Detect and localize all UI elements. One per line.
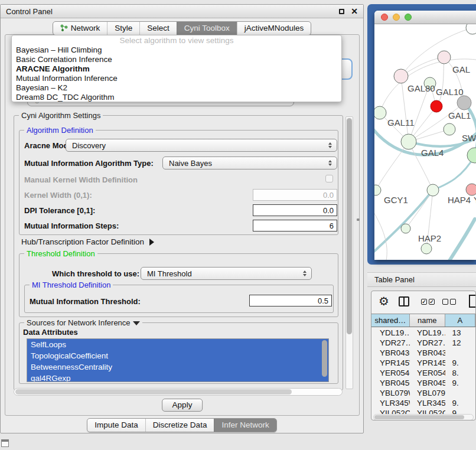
table-row[interactable]: YBR045CYBR045C9. [371, 378, 475, 388]
table-horizontal-scrollbar[interactable] [373, 414, 474, 420]
settings-vertical-scrollbar-thumb[interactable] [347, 118, 352, 334]
restore-panel-icon[interactable] [1, 439, 9, 447]
network-node-label-gal: GAL [452, 64, 470, 74]
network-node-label-hap4: HAP4 [448, 195, 471, 205]
table-row[interactable]: YBR043CYBR043C [371, 348, 475, 358]
tab-infer-network[interactable]: Infer Network [214, 419, 276, 432]
control-panel-tabrow: NetworkStyleSelectCyni ToolboxjActiveMNo… [1, 21, 363, 35]
zoom-traffic-light-icon[interactable] [405, 14, 412, 21]
attribute-item-betweennesscentrality[interactable]: BetweennessCentrality [27, 361, 328, 373]
network-node[interactable] [431, 100, 442, 112]
attribute-item-gal4rgexp[interactable]: gal4RGexp [27, 373, 328, 382]
deselect-all-icon[interactable] [442, 299, 456, 305]
table-cell: YLR345W [410, 399, 445, 407]
algorithm-option-bayesian-hill-climbing[interactable]: Bayesian – Hill Climbing [12, 45, 341, 55]
list-scrollbar-thumb[interactable] [322, 340, 327, 377]
network-node-label-gcy1: GCY1 [384, 195, 408, 205]
table-panel-title: Table Panel [374, 275, 415, 284]
select-all-icon[interactable]: ✓✓ [421, 299, 435, 305]
column-header-shared[interactable]: shared… [371, 314, 410, 327]
mi-algorithm-type-select[interactable]: Naive Bayes [162, 156, 337, 169]
network-node[interactable] [394, 69, 408, 83]
column-header-name[interactable]: name [410, 314, 445, 327]
manual-kernel-checkbox[interactable] [325, 175, 333, 182]
algorithm-option-bayesian-k2[interactable]: Bayesian – K2 [12, 83, 341, 93]
algorithm-definition-title: Algorithm Definition [24, 126, 96, 135]
aracne-mode-value: Discovery [72, 141, 106, 150]
table-row[interactable]: YDR27…YDR27…12 [371, 338, 475, 348]
apply-button[interactable]: Apply [162, 399, 203, 412]
network-node[interactable] [466, 184, 476, 195]
network-node[interactable] [466, 24, 476, 34]
settings-horizontal-scrollbar[interactable] [14, 388, 343, 396]
kernel-width-field: 0.0 [253, 189, 337, 201]
minimize-traffic-light-icon[interactable] [393, 14, 400, 21]
network-node[interactable] [467, 148, 476, 163]
network-node[interactable] [427, 184, 439, 196]
algorithm-option-basic-correlation-inference[interactable]: Basic Correlation Inference [12, 55, 341, 64]
network-node-label-gal4: GAL4 [421, 148, 444, 158]
table-row[interactable]: YER054CYER054C8. [371, 368, 475, 378]
tab-label: Impute Data [94, 420, 138, 429]
network-node[interactable] [457, 96, 471, 110]
algorithm-option-aracne-algorithm[interactable]: ARACNE Algorithm [12, 64, 341, 74]
network-node-label-gal80: GAL80 [407, 83, 435, 93]
gear-icon[interactable]: ⚙ [379, 294, 389, 308]
attribute-item-topologicalcoefficient[interactable]: TopologicalCoefficient [27, 350, 328, 361]
network-node[interactable] [374, 106, 386, 119]
hub-tf-definition-toggle[interactable]: Hub/Transcription Factor Definition [21, 237, 154, 246]
tab-impute-data[interactable]: Impute Data [87, 419, 145, 432]
mi-steps-field[interactable]: 6 [253, 220, 337, 231]
network-node[interactable] [401, 224, 410, 233]
algorithm-option-dream8-dc-tdc-algorithm[interactable]: Dream8 DC_TDC Algorithm [12, 93, 341, 102]
mi-threshold-field[interactable]: 0.5 [249, 295, 332, 306]
table-row[interactable]: YBL079WYBL079W [371, 388, 475, 398]
threshold-definition-title: Threshold Definition [24, 249, 97, 258]
screen: Control Panel ✕ NetworkStyleSelectCyni T… [0, 0, 476, 450]
data-attributes-list[interactable]: SelfLoopsTopologicalCoefficientBetweenne… [27, 338, 329, 382]
tab-network[interactable]: Network [53, 22, 107, 35]
tab-label: jActiveMNodules [244, 24, 304, 32]
dpi-tolerance-field[interactable]: 0.0 [253, 204, 337, 216]
column-header-a[interactable]: A [445, 314, 475, 327]
network-node[interactable] [444, 123, 455, 135]
panel-splitter-handle[interactable] [357, 219, 360, 221]
network-node[interactable] [401, 134, 416, 149]
table-row[interactable]: YLR345WYLR345W9. [371, 398, 475, 408]
mi-threshold-label: Mutual Information Threshold: [30, 297, 141, 306]
settings-vertical-scrollbar[interactable] [345, 116, 353, 389]
table-row[interactable]: YIL052CYIL052C9. [371, 408, 475, 414]
bottom-tabs: Impute DataDiscretize DataInfer Network [87, 418, 276, 432]
attribute-item-selfloops[interactable]: SelfLoops [27, 339, 328, 350]
which-threshold-select[interactable]: MI Threshold [141, 267, 312, 280]
tab-jactivemnodules[interactable]: jActiveMNodules [237, 22, 311, 35]
table-row[interactable]: YPR145WYPR145W9. [371, 358, 475, 368]
close-traffic-light-icon[interactable] [381, 14, 388, 21]
tab-select[interactable]: Select [139, 22, 177, 35]
network-edge[interactable] [374, 208, 387, 260]
tab-cyni-toolbox[interactable]: Cyni Toolbox [177, 22, 237, 35]
mi-threshold-definition-group: MI Threshold Definition Mutual Informati… [24, 285, 334, 313]
algorithm-option-mutual-information-inference[interactable]: Mutual Information Inference [12, 74, 341, 83]
tab-style[interactable]: Style [107, 22, 139, 35]
close-icon[interactable]: ✕ [351, 6, 358, 16]
network-node[interactable] [374, 185, 381, 195]
tab-discretize-data[interactable]: Discretize Data [145, 419, 214, 432]
bottom-tabrow: Impute DataDiscretize DataInfer Network [1, 418, 363, 432]
file-icon[interactable] [469, 295, 476, 308]
settings-horizontal-scrollbar-thumb[interactable] [15, 389, 292, 394]
network-edge[interactable] [438, 219, 475, 260]
network-edge[interactable] [376, 142, 409, 190]
network-edge[interactable] [406, 190, 433, 229]
aracne-mode-select[interactable]: Discovery [66, 139, 337, 152]
network-canvas[interactable]: GALGAL80GAL10GAL11GAL1SWI4GAL4GCY1HAP4YH… [374, 24, 476, 260]
float-window-icon[interactable] [339, 9, 344, 14]
network-edge[interactable] [436, 57, 444, 106]
columns-icon[interactable] [399, 296, 409, 306]
table-horizontal-scrollbar-thumb[interactable] [374, 415, 464, 419]
tab-label: Cyni Toolbox [184, 24, 230, 32]
table-row[interactable]: YDL19…YDL19…13 [371, 328, 475, 338]
table-cell: 9. [445, 409, 475, 414]
network-node[interactable] [421, 243, 432, 254]
network-node[interactable] [438, 51, 451, 64]
